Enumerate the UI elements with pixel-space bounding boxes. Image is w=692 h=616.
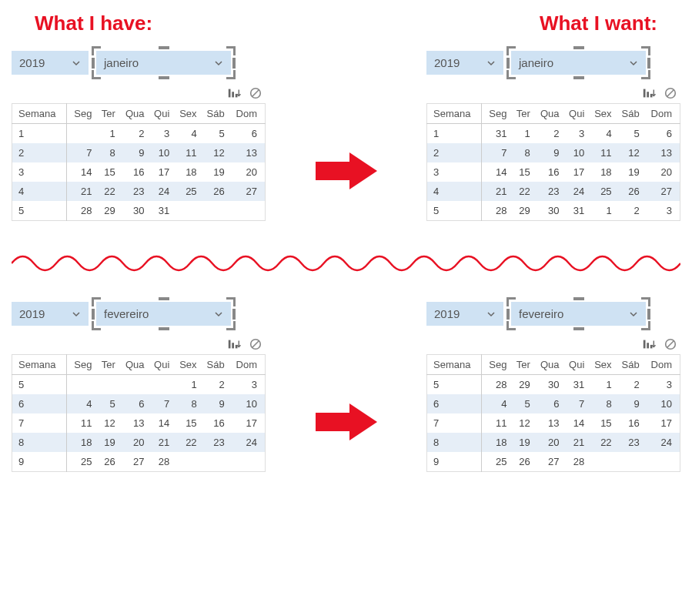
col-header: Qui	[148, 104, 173, 124]
cell	[148, 375, 173, 395]
clear-filter-icon[interactable]	[249, 337, 262, 351]
col-header: Semana	[427, 355, 482, 375]
svg-rect-17	[644, 340, 646, 349]
cell: 3	[228, 375, 266, 395]
cell: 5	[200, 124, 228, 144]
cell	[172, 201, 199, 221]
col-header: Dom	[643, 104, 680, 124]
table-row: 645678910	[427, 394, 680, 413]
clear-filter-icon[interactable]	[249, 86, 262, 100]
calendar-table-right-0: SemanaSegTerQuaQuiSexSábDom1311234562789…	[426, 103, 680, 221]
cell: 21	[482, 182, 510, 201]
col-header: Qui	[563, 355, 588, 375]
sort-bar-icon[interactable]	[642, 337, 656, 351]
cell: 7	[563, 394, 588, 413]
cell: 29	[95, 201, 119, 221]
svg-line-15	[252, 341, 259, 348]
svg-rect-1	[232, 92, 234, 97]
cell: 16	[615, 413, 643, 433]
cell	[200, 201, 228, 221]
cell: 3	[643, 201, 680, 221]
table-row: 645678910	[12, 394, 266, 413]
sort-bar-icon[interactable]	[642, 86, 656, 100]
col-header: Sáb	[200, 104, 228, 124]
cell: 18	[587, 162, 614, 182]
cell: 31	[563, 375, 588, 395]
cell: 23	[200, 433, 228, 452]
table-row: 278910111213	[427, 143, 680, 162]
cell: 1	[12, 124, 67, 144]
cell: 22	[172, 433, 199, 452]
cell: 21	[563, 433, 588, 452]
month-dropdown-right-0[interactable]: janeiro	[511, 51, 646, 75]
year-dropdown-left-1[interactable]: 2019	[12, 302, 89, 326]
year-dropdown-left-0[interactable]: 2019	[12, 51, 89, 75]
cell: 7	[148, 394, 173, 413]
svg-marker-16	[316, 403, 377, 440]
cell: 2	[200, 375, 228, 395]
svg-rect-7	[647, 92, 649, 97]
col-header: Seg	[482, 355, 510, 375]
cell: 1	[427, 124, 482, 144]
cell	[172, 452, 199, 472]
cell: 4	[172, 124, 199, 144]
col-header: Ter	[95, 355, 119, 375]
col-header: Sex	[587, 355, 614, 375]
month-dropdown-left-1[interactable]: fevereiro	[96, 302, 231, 326]
chevron-down-icon	[629, 59, 638, 68]
svg-rect-12	[232, 343, 234, 348]
chevron-down-icon	[486, 310, 496, 319]
cell: 20	[643, 162, 680, 182]
cell: 19	[510, 433, 533, 452]
cell: 23	[615, 433, 643, 452]
cell: 20	[228, 162, 266, 182]
cell: 3	[12, 162, 67, 182]
cell: 14	[563, 413, 588, 433]
svg-rect-6	[644, 89, 646, 98]
cell: 14	[482, 162, 510, 182]
table-row: 1123456	[12, 124, 266, 144]
clear-filter-icon[interactable]	[664, 337, 677, 351]
sort-bar-icon[interactable]	[227, 86, 241, 100]
cell: 15	[172, 413, 199, 433]
month-dropdown-left-0[interactable]: janeiro	[96, 51, 231, 75]
cell: 2	[533, 124, 563, 144]
cell: 1	[172, 375, 199, 395]
chevron-down-icon	[72, 59, 81, 68]
col-header: Seg	[67, 355, 95, 375]
chevron-down-icon	[214, 59, 223, 68]
cell: 2	[12, 143, 67, 162]
col-header: Semana	[427, 104, 482, 124]
svg-rect-18	[647, 343, 649, 348]
cell: 7	[67, 143, 95, 162]
cell: 13	[643, 143, 680, 162]
sort-bar-icon[interactable]	[227, 337, 241, 351]
month-dropdown-right-1[interactable]: fevereiro	[511, 302, 646, 326]
cell: 29	[510, 375, 533, 395]
cell: 1	[587, 375, 614, 395]
cell: 6	[533, 394, 563, 413]
col-header: Dom	[228, 104, 266, 124]
table-row: 314151617181920	[12, 162, 266, 182]
cell: 28	[148, 452, 173, 472]
cell	[119, 375, 148, 395]
chevron-down-icon	[629, 310, 638, 319]
cell: 11	[67, 413, 95, 433]
year-dropdown-right-1[interactable]: 2019	[426, 302, 503, 326]
year-dropdown-right-0[interactable]: 2019	[426, 51, 503, 75]
cell: 2	[119, 124, 148, 144]
cell: 30	[119, 201, 148, 221]
cell: 9	[119, 143, 148, 162]
cell: 25	[172, 182, 199, 201]
panel-left-1: 2019fevereiroSemanaSegTerQuaQuiSexSábDom…	[12, 302, 266, 472]
cell: 17	[563, 162, 588, 182]
cell: 17	[148, 162, 173, 182]
table-row: 421222324252627	[12, 182, 266, 201]
cell: 11	[482, 413, 510, 433]
clear-filter-icon[interactable]	[664, 86, 677, 100]
cell: 4	[482, 394, 510, 413]
col-header: Semana	[12, 104, 67, 124]
col-header: Qua	[119, 104, 148, 124]
month-dropdown-label: janeiro	[104, 56, 139, 69]
cell: 7	[427, 413, 482, 433]
